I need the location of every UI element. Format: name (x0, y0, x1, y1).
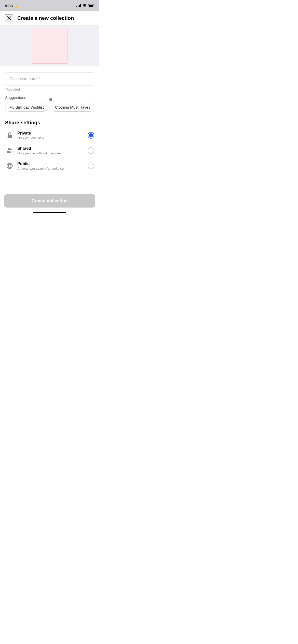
svg-rect-5 (8, 135, 12, 138)
shared-option-text: Shared Only people with link can view (17, 146, 88, 155)
suggestion-chip-clothing[interactable]: Clothing Must Haves (51, 103, 94, 112)
page-title: Create a new collection (17, 15, 74, 21)
svg-rect-2 (89, 5, 93, 7)
collection-name-input[interactable] (5, 72, 94, 85)
share-settings-section: Share settings Private Only you can view (0, 116, 99, 170)
shared-desc: Only people with link can view (17, 151, 88, 155)
radio-inner-dot (89, 133, 93, 137)
wifi-icon (83, 4, 87, 7)
nav-bar: Create a new collection (0, 11, 99, 25)
battery-icon (88, 4, 95, 7)
keyboard-cursor-dot (49, 98, 52, 101)
status-time: 9:33 🌙 (5, 4, 18, 8)
shared-radio[interactable] (88, 147, 94, 154)
cover-image-placeholder (32, 28, 67, 64)
share-option-shared[interactable]: Shared Only people with link can view (5, 146, 94, 155)
suggestion-chip-birthday[interactable]: My Birthday Wishlist (5, 103, 48, 112)
create-collection-button[interactable]: Create collection (4, 194, 95, 208)
share-option-private[interactable]: Private Only you can view (5, 131, 94, 140)
private-desc: Only you can view (17, 136, 88, 140)
bottom-bar: Create collection (0, 191, 99, 215)
svg-point-7 (10, 149, 12, 150)
status-bar: 9:33 🌙 (0, 0, 99, 11)
public-label: Public (17, 162, 88, 166)
public-desc: Anyone can search for and view (17, 167, 88, 170)
home-indicator (33, 212, 66, 213)
close-button[interactable] (5, 14, 13, 22)
private-radio[interactable] (88, 132, 94, 139)
public-radio[interactable] (88, 163, 94, 169)
private-option-text: Private Only you can view (17, 131, 88, 140)
status-icons (76, 4, 95, 7)
share-option-public[interactable]: Public Anyone can search for and view (5, 161, 94, 170)
svg-point-0 (84, 7, 85, 7)
shared-label: Shared (17, 146, 88, 151)
public-option-text: Public Anyone can search for and view (17, 162, 88, 170)
suggestions-list: My Birthday Wishlist Clothing Must Haves… (5, 103, 94, 112)
share-settings-title: Share settings (5, 120, 94, 126)
signal-icon (76, 4, 81, 7)
globe-icon (5, 161, 14, 170)
private-label: Private (17, 131, 88, 136)
time-label: 9:33 (5, 4, 13, 8)
moon-icon: 🌙 (14, 4, 18, 8)
required-label: *Required (5, 87, 94, 91)
form-area: *Required (0, 66, 99, 95)
lock-icon (5, 131, 14, 140)
cover-area[interactable] (0, 25, 99, 66)
svg-point-6 (8, 148, 10, 150)
people-icon (5, 146, 14, 155)
